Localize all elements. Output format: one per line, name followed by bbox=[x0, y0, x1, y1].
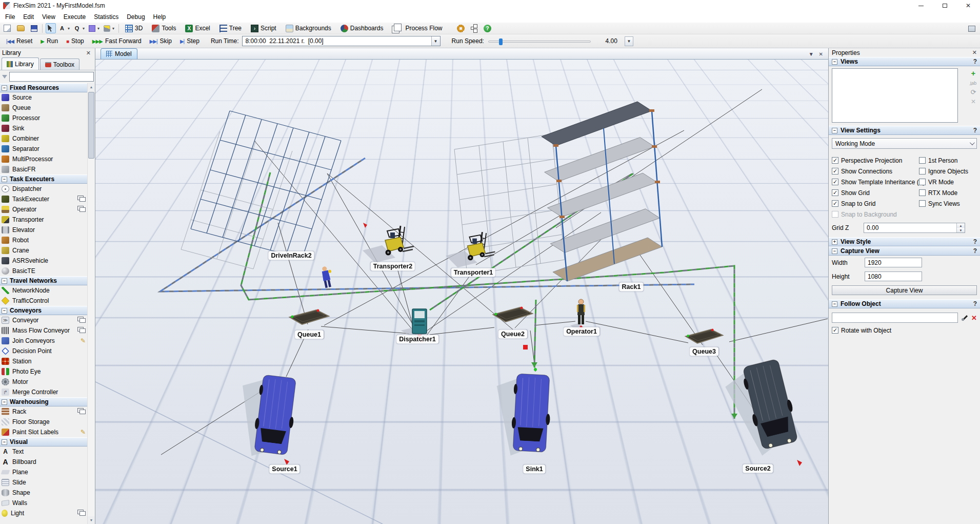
sink1-van-object[interactable] bbox=[493, 373, 552, 457]
menu-item[interactable]: Help bbox=[149, 11, 170, 23]
library-item[interactable]: Slide bbox=[0, 477, 87, 488]
follow-object-section-header[interactable]: − Follow Object ? bbox=[829, 299, 980, 308]
toolbar-icon[interactable] bbox=[2, 23, 12, 33]
library-item[interactable]: Queue bbox=[0, 103, 87, 113]
library-tab[interactable]: Toolbox bbox=[40, 59, 79, 70]
library-item[interactable]: Photo Eye bbox=[0, 366, 87, 377]
toolbar-icon[interactable] bbox=[455, 23, 466, 33]
library-item[interactable]: ASRSvehicle bbox=[0, 256, 87, 266]
collapse-icon[interactable]: − bbox=[832, 128, 837, 133]
item-flyout-icon[interactable] bbox=[81, 337, 86, 344]
item-flyout-icon[interactable] bbox=[79, 410, 86, 414]
view-setting-checkbox[interactable]: Perspective Projection bbox=[832, 155, 919, 166]
fast-forward-button[interactable]: ▶▶▶Fast Forward bbox=[88, 35, 146, 47]
item-flyout-icon[interactable] bbox=[79, 318, 86, 323]
library-item[interactable]: Walls bbox=[0, 498, 87, 508]
view-setting-checkbox[interactable]: VR Mode bbox=[919, 177, 978, 187]
chevron-down-icon[interactable]: ▾ bbox=[97, 26, 99, 31]
chevron-down-icon[interactable]: ▾ bbox=[68, 26, 70, 31]
library-item[interactable]: Processor bbox=[0, 113, 87, 123]
expand-icon[interactable]: + bbox=[832, 239, 837, 245]
toolbar-button[interactable]: Script bbox=[248, 23, 279, 34]
view-settings-section-header[interactable]: − View Settings ? bbox=[829, 126, 980, 135]
library-item[interactable]: Shape bbox=[0, 488, 87, 498]
tab-model[interactable]: Model bbox=[101, 48, 137, 59]
grid-z-input[interactable] bbox=[864, 223, 956, 232]
model-3d-canvas[interactable]: DriveInRack2Transporter2Transporter1Rack… bbox=[95, 60, 828, 524]
toolbar-button[interactable]: Dashboards bbox=[337, 23, 387, 34]
stop-button[interactable]: ■Stop bbox=[62, 35, 88, 47]
item-flyout-icon[interactable] bbox=[79, 328, 86, 333]
library-item[interactable]: Sink bbox=[0, 123, 87, 133]
queue1-object[interactable] bbox=[290, 309, 329, 325]
toolbar-icon[interactable] bbox=[29, 23, 39, 33]
source1-van-object[interactable] bbox=[234, 372, 299, 460]
refresh-views-button[interactable]: ⟳ bbox=[971, 90, 976, 95]
checkbox[interactable] bbox=[832, 327, 838, 334]
library-section-header[interactable]: −Fixed Resources bbox=[0, 83, 87, 92]
properties-close-button[interactable]: ✕ bbox=[972, 49, 977, 56]
library-item[interactable]: Mass Flow Conveyor bbox=[0, 325, 87, 336]
capture-view-section-header[interactable]: − Capture View ? bbox=[829, 246, 980, 256]
menu-item[interactable]: Statistics bbox=[90, 11, 123, 23]
help-button[interactable]: ? bbox=[973, 58, 977, 65]
operator2-object[interactable] bbox=[321, 265, 334, 288]
minimize-button[interactable] bbox=[909, 0, 933, 11]
scroll-up-icon[interactable]: ▲ bbox=[88, 83, 95, 91]
chevron-down-icon[interactable]: ▾ bbox=[83, 26, 85, 31]
library-item[interactable]: BasicFR bbox=[0, 164, 87, 174]
step-button[interactable]: ▶|Step bbox=[176, 35, 204, 47]
toolbar-button[interactable]: Tree bbox=[216, 23, 245, 34]
collapse-icon[interactable]: − bbox=[2, 439, 7, 445]
library-item[interactable]: BasicTE bbox=[0, 266, 87, 276]
clear-follow-button[interactable]: ✕ bbox=[971, 314, 977, 322]
help-button[interactable]: ? bbox=[973, 247, 977, 255]
help-button[interactable]: ? bbox=[973, 127, 977, 134]
scroll-down-icon[interactable]: ▼ bbox=[88, 516, 95, 524]
library-item[interactable]: Station bbox=[0, 356, 87, 366]
capture-width-input[interactable] bbox=[865, 258, 922, 267]
toolbar-icon[interactable] bbox=[15, 23, 26, 33]
checkbox[interactable] bbox=[832, 200, 838, 207]
delete-view-button[interactable]: ✕ bbox=[971, 99, 976, 104]
views-listbox[interactable] bbox=[832, 68, 958, 123]
checkbox[interactable] bbox=[919, 168, 926, 174]
item-flyout-icon[interactable] bbox=[81, 429, 86, 436]
views-section-header[interactable]: − Views ? bbox=[829, 57, 980, 66]
scrollbar-thumb[interactable] bbox=[88, 92, 94, 159]
library-filter-input[interactable] bbox=[9, 72, 94, 82]
library-item[interactable]: MultiProcessor bbox=[0, 154, 87, 164]
view-setting-checkbox[interactable]: Show Connections bbox=[832, 166, 919, 177]
library-item[interactable]: Conveyor bbox=[0, 315, 87, 325]
library-item[interactable]: Plane bbox=[0, 467, 87, 477]
toolbar-button[interactable]: Tools bbox=[149, 23, 179, 34]
rotate-with-object-checkbox[interactable]: Rotate with Object bbox=[829, 325, 980, 336]
run-speed-dropdown-button[interactable]: ▼ bbox=[625, 36, 633, 46]
library-item[interactable]: Decision Point bbox=[0, 346, 87, 356]
library-item[interactable]: Light bbox=[0, 508, 87, 518]
checkbox[interactable] bbox=[919, 200, 926, 207]
chevron-down-icon[interactable]: ▾ bbox=[112, 26, 114, 31]
collapse-icon[interactable]: − bbox=[2, 278, 7, 284]
library-item[interactable]: TaskExecuter bbox=[0, 194, 87, 204]
highlight-button[interactable] bbox=[102, 23, 112, 33]
menu-item[interactable]: View bbox=[38, 11, 59, 23]
toolbar-button[interactable]: Process Flow bbox=[389, 23, 445, 34]
run-speed-slider[interactable] bbox=[488, 41, 591, 43]
collapse-icon[interactable]: − bbox=[2, 399, 7, 405]
travel-network-green[interactable] bbox=[241, 172, 737, 419]
library-item[interactable]: Paint Slot Labels bbox=[0, 427, 87, 437]
library-section-header[interactable]: −Warehousing bbox=[0, 397, 87, 406]
checkbox[interactable] bbox=[832, 211, 838, 218]
library-item[interactable]: Text bbox=[0, 447, 87, 457]
toolbar-button[interactable]: 3D bbox=[122, 23, 146, 34]
view-style-section-header[interactable]: + View Style ? bbox=[829, 237, 980, 246]
view-setting-checkbox[interactable]: 1st Person bbox=[919, 155, 978, 166]
view-setting-checkbox[interactable]: Sync Views bbox=[919, 198, 978, 209]
run-button[interactable]: ▶Run bbox=[36, 35, 62, 47]
view-setting-checkbox[interactable]: Show Grid bbox=[832, 187, 919, 198]
checkbox[interactable] bbox=[832, 189, 838, 196]
rack1-object[interactable] bbox=[542, 102, 662, 281]
view-setting-checkbox[interactable]: Show Template Inheritance (T) bbox=[832, 177, 919, 187]
run-speed-slider-thumb[interactable] bbox=[499, 38, 503, 45]
